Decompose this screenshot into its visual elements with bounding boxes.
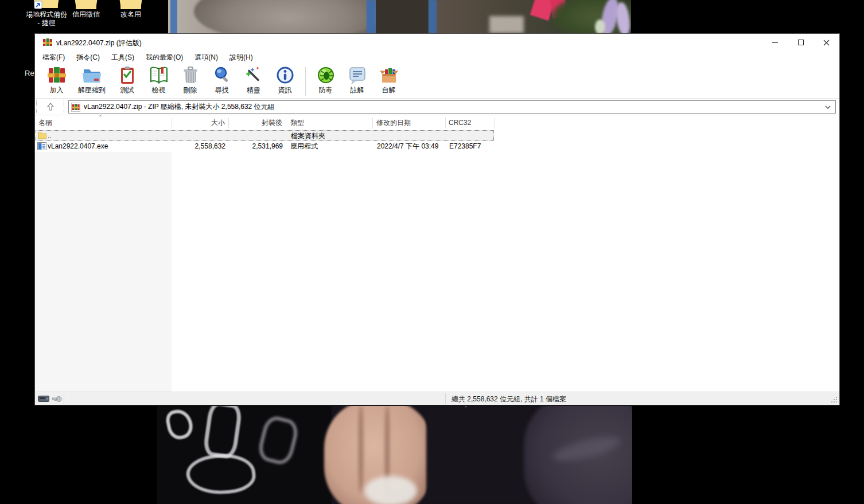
column-separator[interactable] <box>228 118 229 128</box>
toolbar-label: 尋找 <box>215 85 229 95</box>
toolbar-separator <box>305 67 306 96</box>
cell-size: 2,558,632 <box>173 141 225 152</box>
cell-name: .. <box>48 131 168 142</box>
desktop-icon-label: 信用徵信 <box>64 10 108 19</box>
archive-path-combobox[interactable]: vLan2922.0407.zip - ZIP 壓縮檔, 未封裝大小 2,558… <box>68 100 836 114</box>
desktop-wallpaper-top-photo <box>168 0 631 33</box>
desktop-icon-label: 改名用 <box>110 10 151 19</box>
partial-desktop-icon-label[interactable]: Re <box>25 69 34 77</box>
cell-type: 檔案資料夾 <box>291 131 371 142</box>
test-button[interactable]: 測試 <box>113 66 141 95</box>
sfx-button[interactable]: 自解 <box>375 66 403 95</box>
toolbar-label: 精靈 <box>247 85 260 95</box>
column-separator[interactable] <box>445 118 446 128</box>
resize-grip[interactable] <box>831 397 838 404</box>
drive-status-icon[interactable] <box>38 396 49 402</box>
key-status-icon[interactable] <box>52 396 62 403</box>
folder-icon <box>119 0 142 10</box>
info-button[interactable]: 資訊 <box>271 66 299 95</box>
application-file-icon <box>37 142 46 150</box>
extract-to-button[interactable]: 解壓縮到 <box>74 66 110 95</box>
column-header-crc32[interactable]: CRC32 <box>449 116 492 130</box>
menu-help[interactable]: 說明(H) <box>224 51 259 64</box>
up-directory-button[interactable] <box>40 100 61 114</box>
menu-favorites[interactable]: 我的最愛(O) <box>140 51 189 64</box>
title-bar[interactable]: vLan2922.0407.zip (評估版) <box>35 34 839 51</box>
photo-jacket-icon <box>426 406 530 504</box>
close-button[interactable] <box>814 34 839 51</box>
toolbar-label: 註解 <box>351 85 364 95</box>
winrar-window: vLan2922.0407.zip (評估版) 檔案(F) 指令(C) 工具(S… <box>34 33 840 405</box>
folder-icon <box>38 132 46 139</box>
comment-button[interactable]: 註解 <box>343 66 371 95</box>
photo-knife-icon <box>364 476 417 504</box>
find-button[interactable]: 尋找 <box>208 66 236 95</box>
folder-docs-icon <box>75 0 98 10</box>
maximize-icon <box>798 40 804 45</box>
wizard-icon <box>244 66 263 84</box>
minimize-button[interactable] <box>762 34 788 51</box>
column-header-modified[interactable]: 修改的日期 <box>376 116 442 130</box>
archive-path-text: vLan2922.0407.zip - ZIP 壓縮檔, 未封裝大小 2,558… <box>84 102 275 112</box>
maximize-button[interactable] <box>788 34 814 51</box>
photo-hair-icon <box>194 0 383 33</box>
column-separator[interactable] <box>372 118 373 128</box>
toolbar-label: 自解 <box>382 85 396 95</box>
desktop-icon-label: - 捷徑 <box>21 19 72 28</box>
menu-bar: 檔案(F) 指令(C) 工具(S) 我的最愛(O) 選項(N) 說明(H) <box>35 51 839 64</box>
column-separator[interactable] <box>494 118 495 128</box>
column-header-packed[interactable]: 封裝後 <box>230 116 282 130</box>
photo-blue-frame-icon <box>367 0 376 33</box>
statusbar-separator <box>64 393 64 404</box>
delete-icon <box>181 66 200 84</box>
column-header-size[interactable]: 大小 <box>173 116 225 130</box>
column-separator[interactable] <box>172 118 172 128</box>
column-separator[interactable] <box>286 118 286 128</box>
toolbar-label: 測試 <box>120 85 134 95</box>
desktop-icon-credit-check[interactable]: 信用徵信 <box>64 0 108 19</box>
wizard-button[interactable]: 精靈 <box>239 66 267 95</box>
view-icon <box>150 66 168 84</box>
toolbar-label: 防毒 <box>319 85 333 95</box>
cell-modified: 2022/4/7 下午 03:49 <box>377 141 449 152</box>
photo-blue-frame-icon <box>170 0 177 33</box>
rebar-grip[interactable] <box>64 100 64 113</box>
menu-options[interactable]: 選項(N) <box>189 51 224 64</box>
virus-scan-icon <box>317 66 335 84</box>
file-list: ˆ 名稱 大小 封裝後 類型 修改的日期 CRC32 .. 檔案資料夾 <box>35 115 839 393</box>
virus-scan-button[interactable]: 防毒 <box>312 66 340 95</box>
status-bar: 總共 2,558,632 位元組, 共計 1 個檔案 <box>35 392 839 405</box>
list-row-parent-dir[interactable]: .. 檔案資料夾 <box>36 130 494 141</box>
test-icon <box>118 66 137 84</box>
zip-file-icon <box>71 103 80 112</box>
desktop-wallpaper-bottom-photo <box>157 406 632 504</box>
add-archive-icon <box>48 66 66 84</box>
minimize-icon <box>772 42 778 43</box>
photo-finger-shadow-icon <box>359 406 363 492</box>
find-icon <box>213 66 231 84</box>
chevron-down-icon[interactable] <box>824 104 831 111</box>
address-bar-row: vLan2922.0407.zip - ZIP 壓縮檔, 未封裝大小 2,558… <box>35 99 839 115</box>
cell-crc32: E72385F7 <box>449 141 494 152</box>
comment-icon <box>348 66 367 84</box>
cell-name: vLan2922.0407.exe <box>48 141 168 152</box>
statusbar-totals: 總共 2,558,632 位元組, 共計 1 個檔案 <box>452 394 566 404</box>
toolbar-label: 資訊 <box>278 85 292 95</box>
desktop-icon-rename-folder[interactable]: 改名用 <box>110 0 151 19</box>
folder-shortcut-icon <box>33 0 60 10</box>
photo-flower-icon <box>595 19 605 33</box>
column-header-type[interactable]: 類型 <box>290 116 371 130</box>
view-button[interactable]: 檢視 <box>145 66 173 95</box>
winrar-app-icon <box>43 38 52 47</box>
list-row-exe-file[interactable]: vLan2922.0407.exe 2,558,632 2,531,969 應用… <box>36 141 494 152</box>
cell-type: 應用程式 <box>290 141 371 152</box>
menu-commands[interactable]: 指令(C) <box>71 51 106 64</box>
menu-file[interactable]: 檔案(F) <box>37 51 71 64</box>
info-icon <box>276 66 294 84</box>
delete-button[interactable]: 刪除 <box>176 66 204 95</box>
add-button[interactable]: 加入 <box>42 66 71 95</box>
column-header-name[interactable]: 名稱 <box>38 116 170 130</box>
menu-tools[interactable]: 工具(S) <box>106 51 140 64</box>
rebar-grip[interactable] <box>36 100 37 113</box>
statusbar-separator <box>445 393 446 404</box>
